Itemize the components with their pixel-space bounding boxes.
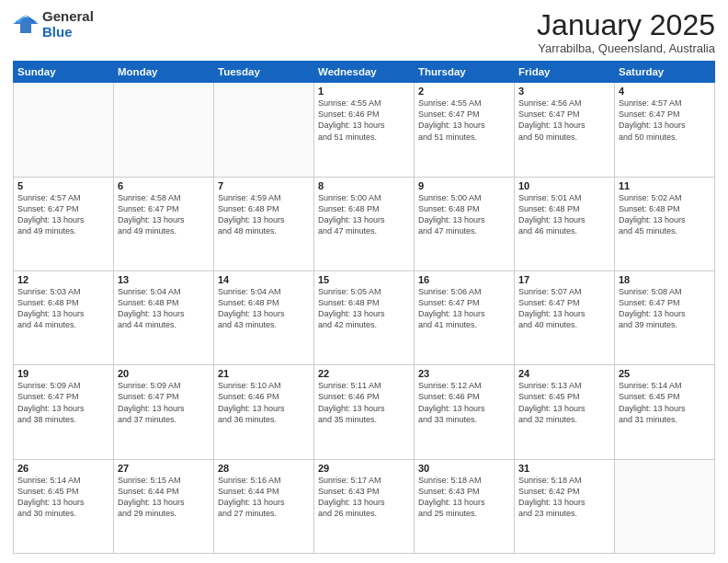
day-info: Sunrise: 5:18 AM Sunset: 6:42 PM Dayligh… [518, 475, 610, 520]
table-row: 1Sunrise: 4:55 AM Sunset: 6:46 PM Daylig… [314, 83, 415, 177]
day-number: 16 [418, 274, 510, 285]
day-number: 27 [118, 463, 210, 474]
day-number: 15 [318, 274, 410, 285]
day-info: Sunrise: 4:55 AM Sunset: 6:46 PM Dayligh… [318, 98, 410, 143]
day-number: 29 [318, 463, 410, 474]
day-number: 5 [17, 180, 109, 191]
header-sunday: Sunday [14, 62, 114, 83]
weekday-header-row: Sunday Monday Tuesday Wednesday Thursday… [14, 62, 715, 83]
day-info: Sunrise: 5:03 AM Sunset: 6:48 PM Dayligh… [17, 286, 109, 331]
table-row: 9Sunrise: 5:00 AM Sunset: 6:48 PM Daylig… [415, 177, 515, 270]
title-area: January 2025 Yarrabilba, Queensland, Aus… [537, 9, 715, 55]
day-number: 20 [118, 368, 210, 379]
table-row: 25Sunrise: 5:14 AM Sunset: 6:45 PM Dayli… [615, 365, 715, 459]
day-info: Sunrise: 5:04 AM Sunset: 6:48 PM Dayligh… [218, 286, 310, 331]
week-row-4: 26Sunrise: 5:14 AM Sunset: 6:45 PM Dayli… [14, 459, 715, 553]
month-title: January 2025 [537, 9, 715, 41]
day-number: 25 [619, 368, 711, 379]
table-row: 15Sunrise: 5:05 AM Sunset: 6:48 PM Dayli… [314, 270, 415, 364]
day-number: 30 [418, 463, 510, 474]
table-row: 21Sunrise: 5:10 AM Sunset: 6:46 PM Dayli… [214, 365, 314, 459]
day-info: Sunrise: 5:12 AM Sunset: 6:46 PM Dayligh… [418, 380, 510, 425]
svg-marker-0 [13, 17, 39, 33]
logo-general-text: General [42, 9, 94, 25]
day-number: 7 [218, 180, 310, 191]
day-number: 13 [118, 274, 210, 285]
table-row: 30Sunrise: 5:18 AM Sunset: 6:43 PM Dayli… [415, 459, 515, 553]
day-number: 23 [418, 368, 510, 379]
table-row: 28Sunrise: 5:16 AM Sunset: 6:44 PM Dayli… [214, 459, 314, 553]
header-saturday: Saturday [615, 62, 715, 83]
logo-bird-icon [13, 15, 39, 35]
day-info: Sunrise: 5:13 AM Sunset: 6:45 PM Dayligh… [518, 380, 610, 425]
day-number: 14 [218, 274, 310, 285]
day-number: 26 [17, 463, 109, 474]
day-number: 17 [518, 274, 610, 285]
day-info: Sunrise: 5:15 AM Sunset: 6:44 PM Dayligh… [118, 475, 210, 520]
week-row-3: 19Sunrise: 5:09 AM Sunset: 6:47 PM Dayli… [14, 365, 715, 459]
day-info: Sunrise: 5:18 AM Sunset: 6:43 PM Dayligh… [418, 475, 510, 520]
week-row-1: 5Sunrise: 4:57 AM Sunset: 6:47 PM Daylig… [14, 177, 715, 270]
day-info: Sunrise: 5:06 AM Sunset: 6:47 PM Dayligh… [418, 286, 510, 331]
day-number: 21 [218, 368, 310, 379]
day-info: Sunrise: 5:05 AM Sunset: 6:48 PM Dayligh… [318, 286, 410, 331]
day-info: Sunrise: 5:14 AM Sunset: 6:45 PM Dayligh… [619, 380, 711, 425]
day-number: 12 [17, 274, 109, 285]
table-row: 29Sunrise: 5:17 AM Sunset: 6:43 PM Dayli… [314, 459, 415, 553]
day-info: Sunrise: 5:09 AM Sunset: 6:47 PM Dayligh… [17, 380, 109, 425]
logo: General Blue [13, 9, 94, 40]
day-info: Sunrise: 5:02 AM Sunset: 6:48 PM Dayligh… [619, 192, 711, 237]
week-row-0: 1Sunrise: 4:55 AM Sunset: 6:46 PM Daylig… [14, 83, 715, 177]
day-number: 22 [318, 368, 410, 379]
table-row: 17Sunrise: 5:07 AM Sunset: 6:47 PM Dayli… [515, 270, 615, 364]
day-info: Sunrise: 4:58 AM Sunset: 6:47 PM Dayligh… [118, 192, 210, 237]
table-row: 23Sunrise: 5:12 AM Sunset: 6:46 PM Dayli… [415, 365, 515, 459]
day-number: 1 [318, 86, 410, 97]
table-row: 12Sunrise: 5:03 AM Sunset: 6:48 PM Dayli… [14, 270, 114, 364]
table-row: 31Sunrise: 5:18 AM Sunset: 6:42 PM Dayli… [515, 459, 615, 553]
day-info: Sunrise: 4:56 AM Sunset: 6:47 PM Dayligh… [518, 98, 610, 143]
table-row: 14Sunrise: 5:04 AM Sunset: 6:48 PM Dayli… [214, 270, 314, 364]
day-number: 9 [418, 180, 510, 191]
day-info: Sunrise: 5:04 AM Sunset: 6:48 PM Dayligh… [118, 286, 210, 331]
day-info: Sunrise: 4:55 AM Sunset: 6:47 PM Dayligh… [418, 98, 510, 143]
day-info: Sunrise: 5:00 AM Sunset: 6:48 PM Dayligh… [418, 192, 510, 237]
day-number: 18 [619, 274, 711, 285]
table-row [14, 83, 114, 177]
table-row [214, 83, 314, 177]
day-number: 31 [518, 463, 610, 474]
table-row: 26Sunrise: 5:14 AM Sunset: 6:45 PM Dayli… [14, 459, 114, 553]
table-row: 27Sunrise: 5:15 AM Sunset: 6:44 PM Dayli… [114, 459, 214, 553]
day-number: 6 [118, 180, 210, 191]
table-row: 19Sunrise: 5:09 AM Sunset: 6:47 PM Dayli… [14, 365, 114, 459]
table-row: 3Sunrise: 4:56 AM Sunset: 6:47 PM Daylig… [515, 83, 615, 177]
page: General Blue January 2025 Yarrabilba, Qu… [0, 0, 728, 563]
table-row: 13Sunrise: 5:04 AM Sunset: 6:48 PM Dayli… [114, 270, 214, 364]
header-monday: Monday [114, 62, 214, 83]
day-info: Sunrise: 4:59 AM Sunset: 6:48 PM Dayligh… [218, 192, 310, 237]
day-number: 10 [518, 180, 610, 191]
top-area: General Blue January 2025 Yarrabilba, Qu… [13, 9, 715, 55]
header-wednesday: Wednesday [314, 62, 415, 83]
day-info: Sunrise: 5:00 AM Sunset: 6:48 PM Dayligh… [318, 192, 410, 237]
table-row: 5Sunrise: 4:57 AM Sunset: 6:47 PM Daylig… [14, 177, 114, 270]
day-number: 28 [218, 463, 310, 474]
day-info: Sunrise: 5:10 AM Sunset: 6:46 PM Dayligh… [218, 380, 310, 425]
table-row: 24Sunrise: 5:13 AM Sunset: 6:45 PM Dayli… [515, 365, 615, 459]
calendar-table: Sunday Monday Tuesday Wednesday Thursday… [13, 61, 715, 554]
table-row: 8Sunrise: 5:00 AM Sunset: 6:48 PM Daylig… [314, 177, 415, 270]
day-number: 24 [518, 368, 610, 379]
day-number: 8 [318, 180, 410, 191]
header-tuesday: Tuesday [214, 62, 314, 83]
table-row [114, 83, 214, 177]
table-row: 20Sunrise: 5:09 AM Sunset: 6:47 PM Dayli… [114, 365, 214, 459]
table-row: 18Sunrise: 5:08 AM Sunset: 6:47 PM Dayli… [615, 270, 715, 364]
day-info: Sunrise: 4:57 AM Sunset: 6:47 PM Dayligh… [619, 98, 711, 143]
location-subtitle: Yarrabilba, Queensland, Australia [537, 41, 715, 55]
week-row-2: 12Sunrise: 5:03 AM Sunset: 6:48 PM Dayli… [14, 270, 715, 364]
day-info: Sunrise: 5:11 AM Sunset: 6:46 PM Dayligh… [318, 380, 410, 425]
table-row: 7Sunrise: 4:59 AM Sunset: 6:48 PM Daylig… [214, 177, 314, 270]
table-row: 22Sunrise: 5:11 AM Sunset: 6:46 PM Dayli… [314, 365, 415, 459]
day-info: Sunrise: 5:14 AM Sunset: 6:45 PM Dayligh… [17, 475, 109, 520]
logo-blue-text: Blue [42, 25, 94, 40]
